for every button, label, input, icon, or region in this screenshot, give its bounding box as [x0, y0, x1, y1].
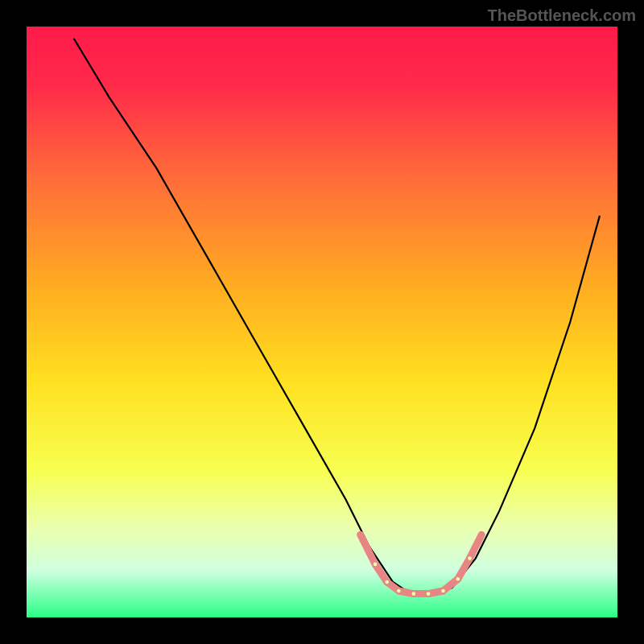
- svg-point-13: [427, 592, 431, 596]
- svg-point-14: [441, 589, 445, 593]
- svg-point-12: [412, 592, 416, 596]
- plot-background: [27, 27, 617, 617]
- svg-point-11: [397, 589, 401, 593]
- svg-point-16: [468, 556, 472, 560]
- svg-point-9: [374, 563, 378, 567]
- bottleneck-chart: [0, 0, 644, 644]
- svg-point-10: [385, 580, 389, 584]
- svg-point-15: [456, 577, 460, 581]
- watermark: TheBottleneck.com: [488, 6, 636, 25]
